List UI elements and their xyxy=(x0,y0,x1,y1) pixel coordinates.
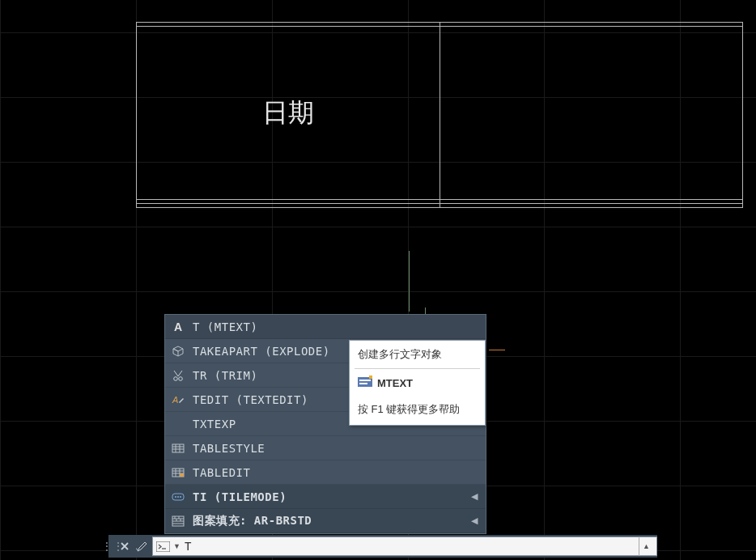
ac-item-label: TEDIT (TEXTEDIT) xyxy=(193,393,308,406)
close-commandbar-button[interactable] xyxy=(117,535,133,558)
blank-icon xyxy=(172,418,185,431)
svg-text:A: A xyxy=(172,395,178,405)
svg-point-21 xyxy=(175,496,176,498)
trim-icon xyxy=(172,369,185,382)
tablestyle-icon xyxy=(172,442,185,455)
ac-item-label: TABLEDIT xyxy=(193,466,250,479)
svg-point-6 xyxy=(174,376,178,380)
text-a-icon: A xyxy=(172,320,185,333)
command-expand-button[interactable]: ▲ xyxy=(639,537,653,556)
var-icon xyxy=(172,490,185,503)
svg-rect-34 xyxy=(359,383,367,384)
ac-item-tablestyle[interactable]: TABLESTYLE xyxy=(165,436,486,460)
svg-point-23 xyxy=(180,496,181,498)
table-cell-label[interactable]: 日期 xyxy=(137,26,440,200)
svg-rect-35 xyxy=(369,375,372,379)
commandbar-grip[interactable]: ⋮⋮ xyxy=(108,535,117,558)
customize-button[interactable] xyxy=(133,535,149,558)
ac-item-tabledit[interactable]: TABLEDIT xyxy=(165,460,486,485)
tooltip-description: 创建多行文字对象 xyxy=(350,341,485,368)
command-input[interactable] xyxy=(185,540,635,553)
tooltip-help: 按 F1 键获得更多帮助 xyxy=(350,397,485,425)
box-icon xyxy=(172,345,185,358)
ac-item-mtext[interactable]: A T (MTEXT) xyxy=(165,315,486,339)
svg-point-7 xyxy=(179,376,183,380)
tabledit-icon xyxy=(172,466,185,479)
hatch-icon xyxy=(172,515,185,528)
svg-rect-19 xyxy=(180,473,184,477)
command-bar[interactable]: ⋮⋮ ▼ ▲ xyxy=(108,535,657,558)
svg-rect-9 xyxy=(172,444,184,452)
ac-item-label: TXTEXP xyxy=(193,418,236,431)
ac-item-tilemode[interactable]: TI (TILEMODE) ◀ xyxy=(165,485,486,509)
commandline-icon xyxy=(156,541,170,552)
tooltip-command: MTEXT xyxy=(377,377,413,389)
crosshair-horizontal xyxy=(489,350,505,350)
ac-item-label: TAKEAPART (EXPLODE) xyxy=(193,345,330,358)
svg-text:A: A xyxy=(174,320,182,333)
ac-item-hatch[interactable]: 图案填充: AR-BRSTD ◀ xyxy=(165,509,486,533)
ac-item-label: TI (TILEMODE) xyxy=(193,490,287,503)
drawing-table[interactable]: 日期 xyxy=(136,22,743,208)
ac-item-label: 图案填充: AR-BRSTD xyxy=(193,514,312,528)
svg-point-22 xyxy=(177,496,179,498)
crosshair-vertical xyxy=(409,251,410,312)
svg-rect-36 xyxy=(156,541,170,552)
textedit-icon: A xyxy=(172,393,185,406)
svg-rect-33 xyxy=(359,380,371,381)
command-tooltip: 创建多行文字对象 MTEXT 按 F1 键获得更多帮助 xyxy=(349,340,486,426)
ac-item-label: T (MTEXT) xyxy=(193,320,257,333)
ac-item-label: TABLESTYLE xyxy=(193,442,265,455)
command-history-dropdown[interactable]: ▼ xyxy=(173,542,181,550)
command-input-wrap[interactable]: ▼ ▲ xyxy=(152,537,657,556)
submenu-arrow-icon: ◀ xyxy=(471,491,478,502)
mtext-cmd-icon xyxy=(358,375,372,391)
submenu-arrow-icon: ◀ xyxy=(471,515,478,526)
ac-item-label: TR (TRIM) xyxy=(193,369,257,382)
